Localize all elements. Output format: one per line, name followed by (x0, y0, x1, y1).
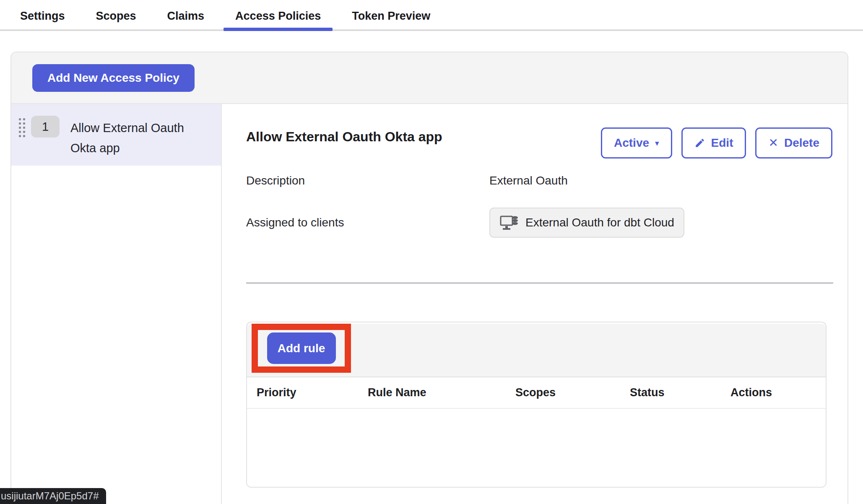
annotation-highlight-box: Add rule (252, 324, 351, 373)
column-actions: Actions (730, 386, 826, 399)
description-value: External Oauth (489, 174, 839, 187)
add-rule-button[interactable]: Add rule (267, 333, 336, 364)
policy-list-sidebar: 1 Allow External Oauth Okta app (11, 104, 222, 504)
tab-token-preview[interactable]: Token Preview (340, 1, 442, 29)
status-dropdown-button[interactable]: Active ▾ (601, 127, 672, 158)
policy-name: Allow External Oauth Okta app (70, 118, 201, 158)
column-status: Status (630, 386, 730, 399)
chevron-down-icon: ▾ (655, 139, 659, 147)
client-chip-label: External Oauth for dbt Cloud (525, 216, 674, 229)
policy-panel-header: Add New Access Policy (11, 52, 847, 104)
pencil-icon (694, 138, 705, 148)
policy-order-badge: 1 (31, 116, 60, 138)
access-policies-panel: Add New Access Policy 1 Allow External O… (10, 52, 848, 504)
edit-button[interactable]: Edit (681, 127, 746, 158)
description-label: Description (246, 174, 489, 187)
rules-table-body (247, 409, 826, 487)
description-row: Description External Oauth (246, 174, 839, 187)
column-scopes: Scopes (515, 386, 630, 399)
policy-panel-body: 1 Allow External Oauth Okta app Allow Ex… (11, 104, 847, 504)
edit-label: Edit (711, 136, 733, 150)
status-tooltip: usijiutarM7Aj0Ep5d7# (0, 488, 106, 504)
policy-title-row: Allow External Oauth Okta app Active ▾ E… (246, 127, 839, 158)
delete-button[interactable]: ✕ Delete (755, 127, 832, 158)
tab-settings[interactable]: Settings (8, 1, 77, 29)
tab-bar: Settings Scopes Claims Access Policies T… (0, 0, 863, 31)
policy-list-item[interactable]: 1 Allow External Oauth Okta app (11, 104, 221, 166)
delete-label: Delete (784, 136, 819, 150)
add-new-access-policy-button[interactable]: Add New Access Policy (32, 64, 195, 92)
page-title: Allow External Oauth Okta app (246, 127, 442, 145)
status-label: Active (614, 136, 649, 150)
client-chip: External Oauth for dbt Cloud (489, 208, 684, 238)
assigned-clients-row: Assigned to clients E (246, 208, 839, 238)
policy-actions: Active ▾ Edit ✕ Delete (601, 127, 832, 158)
monitor-icon (499, 214, 519, 231)
assigned-clients-label: Assigned to clients (246, 216, 489, 229)
tab-claims[interactable]: Claims (156, 1, 216, 29)
rules-table-header: Priority Rule Name Scopes Status Actions (247, 377, 826, 409)
rules-panel: Add rule Priority Rule Name Scopes Statu… (246, 322, 827, 488)
tab-access-policies[interactable]: Access Policies (224, 1, 333, 29)
policy-detail: Allow External Oauth Okta app Active ▾ E… (222, 104, 847, 504)
column-priority: Priority (257, 386, 368, 399)
tab-scopes[interactable]: Scopes (84, 1, 148, 29)
close-icon: ✕ (768, 137, 778, 149)
section-divider (246, 282, 833, 284)
column-rule-name: Rule Name (368, 386, 515, 399)
rules-header: Add rule (247, 324, 826, 377)
drag-handle-icon[interactable] (19, 118, 25, 137)
